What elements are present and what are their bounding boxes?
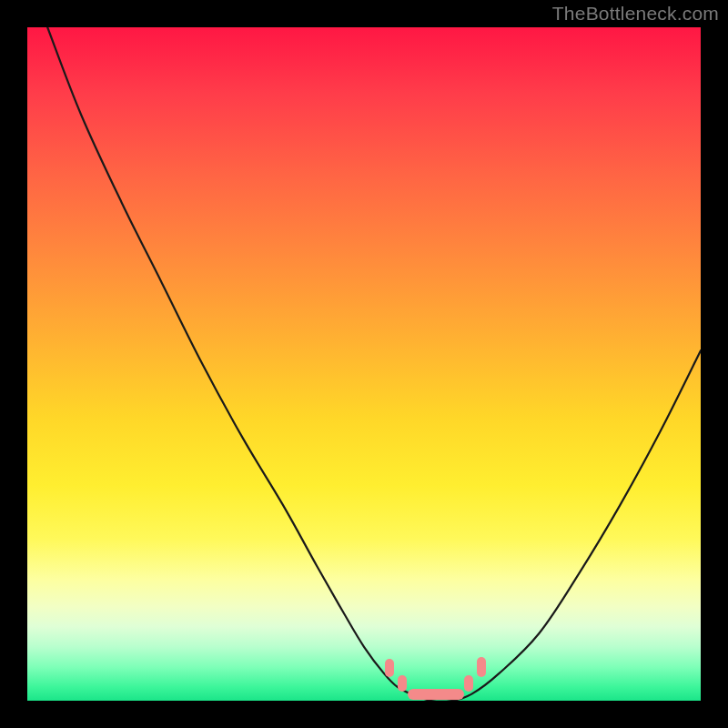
optimal-marker-1 (385, 659, 394, 677)
optimal-marker-4 (477, 657, 486, 677)
optimal-flat-marker (408, 689, 464, 700)
chart-frame: TheBottleneck.com (0, 0, 728, 728)
watermark-text: TheBottleneck.com (552, 3, 719, 25)
optimal-marker-2 (398, 675, 407, 692)
bottleneck-curve (27, 27, 701, 701)
optimal-marker-3 (464, 675, 473, 692)
plot-area (27, 27, 701, 701)
